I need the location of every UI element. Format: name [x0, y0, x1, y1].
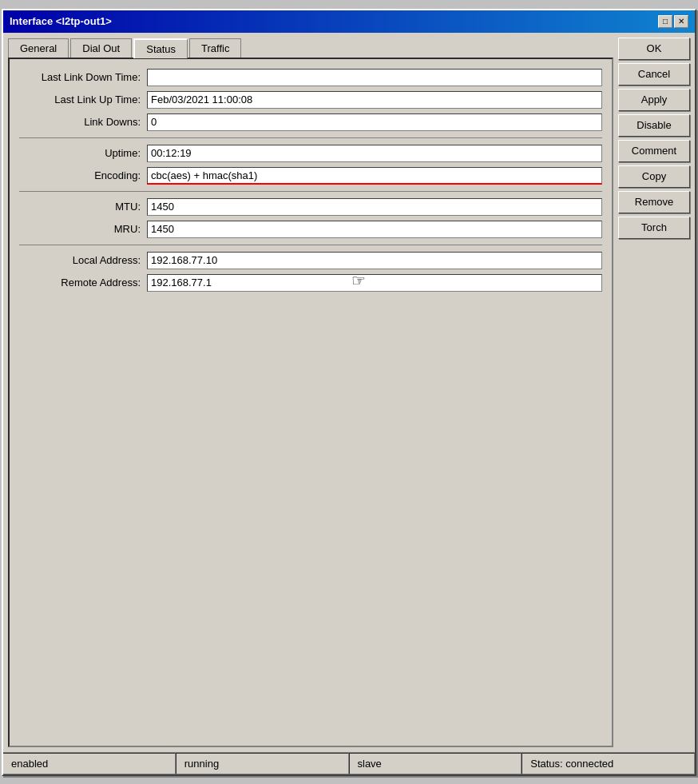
label-local-address: Local Address: — [19, 254, 147, 266]
remove-button[interactable]: Remove — [618, 191, 690, 213]
disable-button[interactable]: Disable — [618, 114, 690, 137]
minimize-button[interactable]: □ — [658, 15, 672, 28]
title-bar: Interface <l2tp-out1> □ ✕ — [3, 10, 695, 33]
ok-button[interactable]: OK — [618, 38, 690, 60]
label-remote-address: Remote Address: — [19, 277, 147, 289]
comment-button[interactable]: Comment — [618, 140, 690, 162]
title-bar-controls: □ ✕ — [658, 15, 688, 28]
content-area: General Dial Out Status Traffic Last Lin… — [3, 33, 695, 752]
tab-bar: General Dial Out Status Traffic — [8, 38, 613, 58]
input-last-link-down[interactable] — [147, 69, 602, 86]
input-encoding[interactable] — [147, 167, 602, 185]
field-row-remote-address: Remote Address: — [19, 274, 602, 292]
status-connected: Status: connected — [522, 753, 695, 774]
main-window: Interface <l2tp-out1> □ ✕ General Dial O… — [2, 9, 696, 776]
label-encoding: Encoding: — [19, 169, 147, 181]
separator-1 — [19, 137, 602, 138]
label-link-downs: Link Downs: — [19, 116, 147, 128]
buttons-panel: OK Cancel Apply Disable Comment Copy Rem… — [618, 38, 690, 747]
input-mtu[interactable] — [147, 198, 602, 216]
window-title: Interface <l2tp-out1> — [10, 15, 112, 27]
input-local-address[interactable] — [147, 252, 602, 269]
input-remote-address[interactable] — [147, 274, 602, 292]
form-panel: Last Link Down Time: Last Link Up Time: … — [8, 58, 613, 747]
field-row-mtu: MTU: — [19, 198, 602, 216]
main-panel: General Dial Out Status Traffic Last Lin… — [8, 38, 613, 747]
tab-traffic[interactable]: Traffic — [189, 38, 241, 58]
label-mru: MRU: — [19, 223, 147, 235]
input-link-downs[interactable] — [147, 113, 602, 131]
input-mru[interactable] — [147, 221, 602, 238]
tab-dialout[interactable]: Dial Out — [70, 38, 132, 58]
status-running: running — [176, 753, 349, 774]
torch-button[interactable]: Torch — [618, 217, 690, 239]
copy-button[interactable]: Copy — [618, 165, 690, 188]
field-row-link-downs: Link Downs: — [19, 113, 602, 131]
field-row-last-link-down: Last Link Down Time: — [19, 69, 602, 86]
status-enabled: enabled — [3, 753, 176, 774]
status-slave: slave — [349, 753, 522, 774]
tab-general[interactable]: General — [8, 38, 69, 58]
label-last-link-down: Last Link Down Time: — [19, 71, 147, 83]
separator-2 — [19, 191, 602, 192]
label-mtu: MTU: — [19, 201, 147, 213]
tab-status[interactable]: Status — [133, 38, 188, 58]
separator-3 — [19, 245, 602, 245]
apply-button[interactable]: Apply — [618, 89, 690, 111]
status-bar: enabled running slave Status: connected — [3, 752, 695, 774]
field-row-last-link-up: Last Link Up Time: — [19, 91, 602, 109]
label-uptime: Uptime: — [19, 147, 147, 159]
field-row-uptime: Uptime: — [19, 145, 602, 162]
field-row-encoding: Encoding: — [19, 167, 602, 185]
field-row-local-address: Local Address: — [19, 252, 602, 269]
input-uptime[interactable] — [147, 145, 602, 162]
input-last-link-up[interactable] — [147, 91, 602, 109]
close-button[interactable]: ✕ — [674, 15, 688, 28]
cancel-button[interactable]: Cancel — [618, 63, 690, 86]
label-last-link-up: Last Link Up Time: — [19, 94, 147, 105]
field-row-mru: MRU: ☞ — [19, 221, 602, 238]
